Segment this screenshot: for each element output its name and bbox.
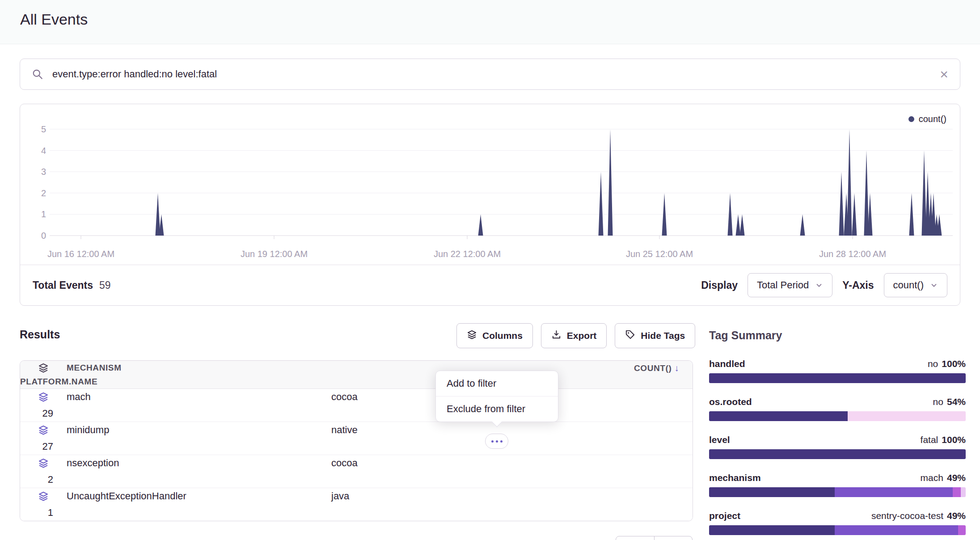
svg-text:Jun 22 12:00 AM: Jun 22 12:00 AM <box>434 249 501 259</box>
total-events-value: 59 <box>99 279 111 291</box>
download-icon <box>551 329 562 342</box>
tag-value: fatal100% <box>921 434 966 446</box>
columns-button-label: Columns <box>482 330 523 341</box>
tag-distribution-bar[interactable] <box>709 411 966 421</box>
column-header-mechanism[interactable]: MECHANISM <box>67 363 331 373</box>
display-label: Display <box>701 279 738 291</box>
hide-tags-button[interactable]: Hide Tags <box>615 323 695 348</box>
tag-value: mach49% <box>921 472 966 484</box>
close-icon: × <box>940 67 948 81</box>
cell-mechanism: nsexception <box>67 457 331 469</box>
tag-entry: handled no100% <box>709 358 966 383</box>
column-header-platform[interactable]: PLATFORM.NAME <box>20 377 67 387</box>
pagination[interactable] <box>616 536 693 540</box>
page-title: All Events <box>20 11 88 28</box>
cell-mechanism: minidump <box>67 424 331 436</box>
tag-distribution-bar[interactable] <box>709 487 966 497</box>
ellipsis-icon <box>491 440 494 443</box>
results-toolbar: Columns Export Hide Tags <box>456 323 695 348</box>
tag-icon <box>625 329 635 342</box>
results-heading: Results <box>20 328 60 341</box>
next-page-button[interactable] <box>655 536 693 540</box>
tag-summary-heading: Tag Summary <box>709 329 966 342</box>
tag-entry: level fatal100% <box>709 434 966 459</box>
layers-icon <box>38 425 49 435</box>
tag-value: no100% <box>928 358 966 370</box>
svg-text:Jun 19 12:00 AM: Jun 19 12:00 AM <box>241 249 308 259</box>
tag-name: os.rooted <box>709 396 752 408</box>
layers-icon <box>38 392 49 402</box>
svg-text:Jun 28 12:00 AM: Jun 28 12:00 AM <box>819 249 886 259</box>
tag-distribution-bar[interactable] <box>709 373 966 383</box>
search-icon <box>32 68 43 80</box>
layers-icon <box>467 329 477 342</box>
events-chart-panel: count() 543210Jun 16 12:00 AMJun 19 12:0… <box>20 104 960 306</box>
y-axis-select[interactable]: count() <box>884 273 947 297</box>
cell-count: 29 <box>20 408 67 419</box>
svg-text:0: 0 <box>41 231 46 240</box>
column-header-count-label: COUNT() <box>634 363 672 373</box>
table-row[interactable]: nsexception cocoa 2 <box>20 455 693 488</box>
app-window: All Events × count() 543210Jun 16 12:00 … <box>0 0 980 540</box>
svg-text:1: 1 <box>41 209 46 219</box>
cell-mechanism: UncaughtExceptionHandler <box>67 490 331 502</box>
hide-tags-button-label: Hide Tags <box>641 330 685 341</box>
cell-count: 27 <box>20 441 67 452</box>
table-header-row: MECHANISM PLATFORM.NAME COUNT()↓ <box>20 361 693 389</box>
layers-icon <box>38 458 49 468</box>
menu-item-exclude-from-filter[interactable]: Exclude from filter <box>436 396 558 422</box>
chart-footer: Total Events 59 Display Total Period Y-A… <box>20 265 960 305</box>
cell-count: 2 <box>20 474 67 485</box>
tag-summary: Tag Summary handled no100% os.rooted no5… <box>709 329 966 540</box>
cell-platform: native <box>331 424 693 436</box>
tag-name: project <box>709 510 740 522</box>
columns-button[interactable]: Columns <box>456 323 533 348</box>
cell-platform: cocoa <box>331 457 693 469</box>
export-button-label: Export <box>567 330 597 341</box>
cell-actions-button[interactable] <box>485 434 508 449</box>
tag-value: no54% <box>933 396 966 408</box>
tag-name: mechanism <box>709 472 761 484</box>
column-header-count[interactable]: COUNT()↓ <box>634 363 693 373</box>
layers-icon <box>38 491 49 502</box>
tag-value: sentry-cocoa-test49% <box>871 510 966 522</box>
tag-name: level <box>709 434 730 446</box>
table-row[interactable]: UncaughtExceptionHandler java 1 <box>20 488 693 521</box>
table-row[interactable]: minidump native 27 <box>20 422 693 455</box>
svg-text:2: 2 <box>41 188 46 198</box>
events-chart: 543210Jun 16 12:00 AMJun 19 12:00 AMJun … <box>20 104 960 265</box>
tag-entry: os.rooted no54% <box>709 396 966 421</box>
cell-count: 1 <box>20 507 67 519</box>
tag-distribution-bar[interactable] <box>709 525 966 535</box>
chevron-down-icon <box>930 281 938 289</box>
arrow-down-icon: ↓ <box>674 363 679 373</box>
chevron-down-icon <box>815 281 823 289</box>
cell-platform: java <box>331 490 693 502</box>
display-select-value: Total Period <box>757 279 809 291</box>
layers-icon <box>38 363 49 373</box>
y-axis-label: Y-Axis <box>842 279 874 291</box>
svg-text:Jun 16 12:00 AM: Jun 16 12:00 AM <box>47 249 114 259</box>
previous-page-button[interactable] <box>616 536 655 540</box>
search-input[interactable] <box>51 68 932 80</box>
tag-name: handled <box>709 358 745 370</box>
tag-distribution-bar[interactable] <box>709 449 966 459</box>
clear-search-button[interactable]: × <box>940 67 948 81</box>
tag-entry: project sentry-cocoa-test49% <box>709 510 966 535</box>
svg-text:3: 3 <box>41 167 46 177</box>
export-button[interactable]: Export <box>541 323 607 348</box>
cell-action-menu: Add to filter Exclude from filter <box>435 371 558 422</box>
menu-item-add-to-filter[interactable]: Add to filter <box>436 371 558 396</box>
svg-text:4: 4 <box>41 146 46 156</box>
display-select[interactable]: Total Period <box>748 273 832 297</box>
table-row[interactable]: mach cocoa 29 <box>20 389 693 422</box>
total-events-label: Total Events <box>33 279 93 291</box>
tag-entry: mechanism mach49% <box>709 472 966 497</box>
results-table: MECHANISM PLATFORM.NAME COUNT()↓ mach co… <box>20 360 693 521</box>
svg-text:Jun 25 12:00 AM: Jun 25 12:00 AM <box>626 249 693 259</box>
svg-text:5: 5 <box>41 124 46 134</box>
search-bar[interactable]: × <box>20 59 960 90</box>
cell-mechanism: mach <box>67 391 331 403</box>
ellipsis-icon <box>496 440 498 443</box>
page-header: All Events <box>0 0 980 44</box>
